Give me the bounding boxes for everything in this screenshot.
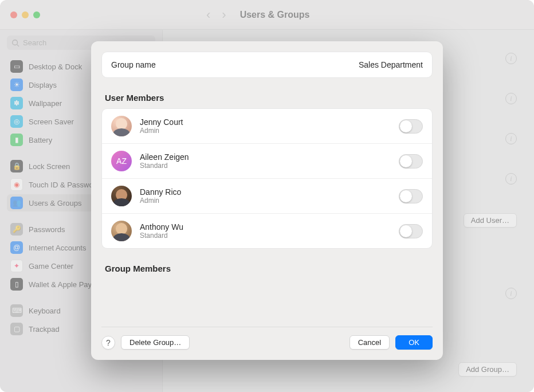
member-toggle[interactable] [399,154,423,168]
modal-footer: ? Delete Group… Cancel OK [101,327,433,350]
member-toggle[interactable] [399,119,423,134]
member-role: Admin [140,197,391,205]
help-button[interactable]: ? [101,336,115,350]
cancel-button[interactable]: Cancel [350,335,390,350]
avatar [111,186,132,206]
modal-overlay: Group name Sales Department User Members… [0,0,534,392]
member-row: Anthony WuStandard [102,213,432,248]
member-name: Anthony Wu [140,222,391,232]
group-name-value: Sales Department [359,60,423,69]
system-settings-window: ‹ › Users & Groups Search ▭Desktop & Doc… [0,0,534,392]
user-members-list: Jenny CourtAdminAZAileen ZeigenStandardD… [101,108,433,249]
member-name: Danny Rico [140,187,391,197]
member-role: Standard [140,232,391,240]
member-info: Anthony WuStandard [140,222,391,240]
member-role: Standard [140,162,391,170]
member-toggle[interactable] [399,224,423,238]
avatar [111,221,132,241]
modal-body: Group name Sales Department User Members… [101,52,433,324]
avatar [111,116,132,136]
member-name: Aileen Zeigen [140,152,391,162]
member-toggle[interactable] [399,189,423,203]
group-name-row[interactable]: Group name Sales Department [101,52,433,78]
delete-group-button[interactable]: Delete Group… [121,335,190,350]
member-role: Admin [140,127,391,135]
ok-button[interactable]: OK [395,335,433,350]
group-name-label: Group name [111,60,156,69]
member-row: Jenny CourtAdmin [102,109,432,143]
member-name: Jenny Court [140,117,391,127]
member-info: Jenny CourtAdmin [140,117,391,135]
user-members-header: User Members [105,93,433,103]
member-info: Aileen ZeigenStandard [140,152,391,170]
member-row: AZAileen ZeigenStandard [102,143,432,178]
group-members-header: Group Members [105,264,433,273]
member-info: Danny RicoAdmin [140,187,391,205]
avatar: AZ [111,151,132,171]
member-row: Danny RicoAdmin [102,178,432,213]
group-settings-modal: Group name Sales Department User Members… [91,41,443,360]
